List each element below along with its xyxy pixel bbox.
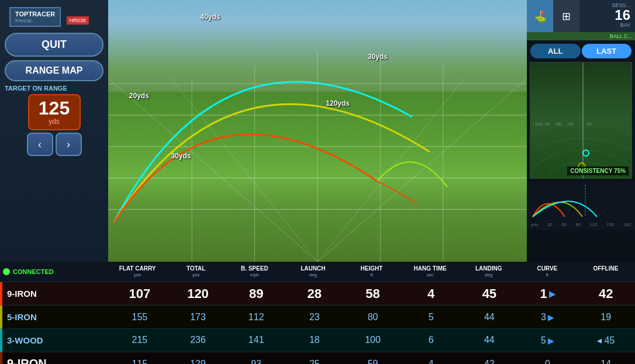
club-name: 5-IRON (2, 312, 111, 322)
main-course-view: 40yds 20yds 30yds 120yds 30yds (108, 0, 527, 262)
column-headers: FLAT CARRYydsTOTALydsB. SPEEDmphLAUNCHde… (108, 265, 635, 278)
connection-dot (3, 268, 10, 275)
nav-left-button[interactable]: ‹ (27, 133, 53, 156)
table-row: 9-IRON 115 129 93 25 59 4 42 0 14 (0, 352, 635, 364)
range-map-button[interactable]: RANGE MAP (5, 60, 103, 81)
logo-sub: RANGE. (15, 18, 55, 23)
svg-text:25: 25 (586, 122, 592, 127)
target-value-box: 125 yds (28, 94, 81, 130)
quit-button[interactable]: QUIT (5, 33, 103, 57)
row-cell: 236 (169, 335, 227, 346)
nav-arrows: ‹ › (27, 133, 82, 156)
row-cell: 80 (344, 312, 402, 323)
session-header: ⛳ ⊞ SESS... 16 BAY (527, 0, 635, 32)
column-header: LANDINGdeg (460, 265, 518, 278)
connected-label: CONNECTED (13, 268, 54, 275)
column-header: B. SPEEDmph (225, 265, 284, 278)
row-cell: 120 (169, 286, 227, 301)
data-rows: 9-IRON 107 120 89 28 58 4 45 1 ▶ 42 5-IR… (0, 282, 635, 364)
target-value: 125 (29, 99, 80, 117)
table-row: 5-IRON 155 173 112 23 80 5 44 3 ▶ 19 (0, 306, 635, 329)
arrow-right-icon: ▶ (548, 313, 554, 322)
row-cell: 58 (344, 286, 402, 301)
arrow-right-icon: ▶ (548, 336, 554, 345)
row-cell: 155 (111, 312, 169, 323)
all-button[interactable]: ALL (530, 44, 581, 58)
chart-labels: yds 30 60 90 120 150 180 (530, 222, 632, 227)
row-cell: 4 (402, 286, 460, 301)
row-cell: 25 (285, 359, 344, 365)
range-map-view: -100 -75 -50 -25 25 CONSISTENCY 75% (530, 62, 632, 179)
row-cell: 107 (111, 286, 169, 301)
row-cell: 19 (577, 312, 635, 323)
row-cell: 3 ▶ (519, 312, 577, 323)
session-info: SESS... 16 BAY (579, 0, 635, 32)
hole-badge: HR038 (67, 16, 89, 25)
svg-text:-25: -25 (567, 122, 574, 127)
row-cell: 42 (577, 286, 635, 301)
last-button[interactable]: LAST (582, 44, 632, 58)
club-name: 9-IRON (2, 289, 111, 299)
target-label: TARGET ON RANGE (5, 85, 67, 92)
row-cells: 115 129 93 25 59 4 42 0 14 (111, 359, 635, 365)
row-cell: 45 (460, 286, 519, 301)
session-number: 16 (615, 8, 630, 22)
row-cell: 23 (285, 312, 344, 323)
right-sidebar: ⛳ ⊞ SESS... 16 BAY BALL C... ALL LAST (527, 0, 635, 262)
row-cells: 215 236 141 18 100 6 44 5 ▶ ◂ 45 (111, 335, 635, 346)
session-bay: BAY (620, 22, 630, 28)
club-name: 3-WOOD (2, 335, 111, 345)
row-cell: 5 (402, 312, 460, 323)
row-cell: 42 (460, 359, 519, 365)
row-cell: 215 (111, 335, 169, 346)
row-cell: ◂ 45 (577, 335, 635, 346)
row-cell: 129 (169, 359, 227, 365)
column-header: TOTALyds (167, 265, 225, 278)
logo-box: TOPTRACER RANGE. (9, 7, 61, 27)
row-cell: 0 (519, 359, 577, 365)
svg-point-18 (583, 150, 589, 156)
row-cell: 112 (227, 312, 285, 323)
row-cell: 59 (344, 359, 402, 365)
connected-indicator: CONNECTED (3, 268, 54, 275)
row-cell: 1 ▶ (519, 286, 577, 301)
column-header: HANG TIMEsec (401, 265, 460, 278)
row-cell: 93 (227, 359, 285, 365)
logo-area: TOPTRACER RANGE. HR038 (5, 5, 103, 29)
fairway (108, 92, 527, 262)
row-cell: 173 (169, 312, 227, 323)
nav-right-button[interactable]: › (56, 133, 82, 156)
range-map-svg: -100 -75 -50 -25 25 (530, 63, 631, 178)
row-cell: 5 ▶ (519, 335, 577, 346)
svg-text:-75: -75 (543, 122, 550, 127)
row-cell: 14 (577, 359, 635, 365)
row-cells: 155 173 112 23 80 5 44 3 ▶ 19 (111, 312, 635, 323)
row-cell: 44 (460, 312, 519, 323)
flag-icon-button[interactable]: ⛳ (527, 0, 553, 32)
row-cell: 141 (227, 335, 285, 346)
row-cells: 107 120 89 28 58 4 45 1 ▶ 42 (111, 286, 635, 301)
column-header: OFFLINE (577, 265, 635, 278)
logo-text: TOPTRACER (15, 11, 55, 18)
row-cell: 89 (227, 286, 285, 301)
row-cell: 18 (285, 335, 344, 346)
column-header: HEIGHTft (342, 265, 401, 278)
consistency-label: CONSISTENCY 75% (567, 167, 629, 175)
row-cell: 44 (460, 335, 519, 346)
column-header: LAUNCHdeg (284, 265, 342, 278)
ball-count-text: BALL C... (610, 33, 632, 39)
table-row: 9-IRON 107 120 89 28 58 4 45 1 ▶ 42 (0, 282, 635, 306)
club-name: 9-IRON (2, 357, 111, 364)
grid-icon-button[interactable]: ⊞ (553, 0, 579, 32)
table-row: 3-WOOD 215 236 141 18 100 6 44 5 ▶ ◂ 45 (0, 329, 635, 352)
column-header: FLAT CARRYyds (108, 265, 167, 278)
svg-text:-100: -100 (533, 122, 543, 127)
target-unit: yds (29, 117, 80, 126)
bottom-chart-svg (530, 185, 632, 220)
row-cell: 100 (344, 335, 402, 346)
ball-count-bar: BALL C... (527, 32, 635, 40)
row-cell: 115 (111, 359, 169, 365)
svg-text:-50: -50 (555, 122, 562, 127)
stats-header: CONNECTED FLAT CARRYydsTOTALydsB. SPEEDm… (0, 262, 635, 282)
row-cell: 4 (402, 359, 460, 365)
